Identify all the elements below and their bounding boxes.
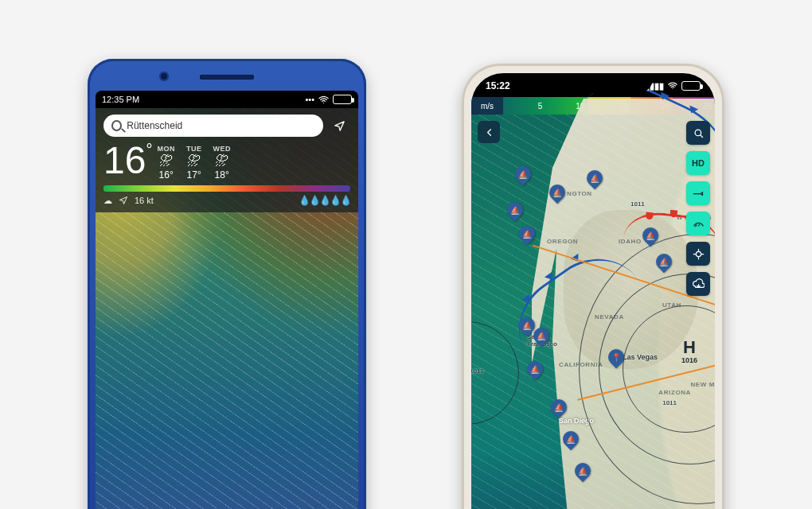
kite-icon: ⛵: [566, 435, 576, 444]
forecast-day-temp: 16°: [159, 169, 174, 181]
legend-segment: 5: [503, 97, 545, 115]
search-icon: [111, 120, 122, 131]
product-shot: 12:35 PM •••: [0, 0, 812, 509]
wind-direction-icon: [119, 196, 128, 205]
storm-icon: ⛈: [215, 154, 228, 168]
wifi-icon: [667, 80, 678, 91]
svg-point-1: [696, 251, 701, 256]
statusbar-time: 12:35 PM: [102, 95, 139, 104]
crosshair-icon: [693, 248, 705, 260]
search-button[interactable]: [686, 121, 710, 145]
pin-icon: 📍: [611, 353, 621, 362]
precipitation-icons: 💧💧💧💧💧: [299, 195, 350, 206]
kite-icon: ⛵: [522, 230, 532, 239]
current-temperature: 16°: [103, 142, 152, 180]
iphone-mockup: 15:22 ▮▮▮▮ m/s 5 10 15 20 25: [462, 64, 724, 509]
kite-icon: ⛵: [510, 206, 520, 215]
kite-icon: ⛵: [590, 174, 599, 183]
earpiece: [200, 75, 254, 80]
pressure-label: 1011: [630, 200, 645, 208]
kite-icon: ⛵: [578, 467, 588, 476]
location-search[interactable]: [103, 115, 323, 137]
forecast-day-label: MON: [157, 145, 175, 153]
jet-layer-toggle[interactable]: [686, 181, 710, 205]
kite-icon: ⛵: [552, 188, 562, 197]
high-pressure-marker: H 1016: [681, 339, 697, 364]
front-camera: [159, 72, 169, 81]
svg-point-0: [695, 130, 701, 136]
search-input[interactable]: [127, 120, 315, 131]
current-meta-row: ☁ 16 kt 💧💧💧💧💧: [103, 195, 350, 206]
locate-button[interactable]: [686, 242, 710, 266]
kite-icon: ⛵: [554, 403, 564, 412]
kite-icon: ⛵: [646, 231, 655, 240]
map-actions: HD: [686, 121, 710, 296]
forecast-day-label: WED: [213, 145, 231, 153]
legend-unit: m/s: [471, 97, 503, 115]
offline-button[interactable]: [686, 272, 710, 296]
kite-icon: ⛵: [530, 365, 540, 374]
cloud-icon: ☁: [103, 196, 112, 206]
fronts-icon: [693, 218, 705, 230]
search-icon: [693, 127, 705, 139]
pressure-label: 1011: [662, 399, 677, 406]
battery-icon: [333, 95, 352, 104]
statusbar-time: 15:22: [486, 80, 510, 91]
battery-icon: [681, 81, 701, 91]
weather-overlay-panel: 16° MON ⛈ 16° TUE ⛈ 17°: [96, 108, 358, 212]
forecast-day[interactable]: MON ⛈ 16°: [157, 145, 175, 181]
forecast-day[interactable]: TUE ⛈ 17°: [186, 145, 202, 181]
arrow-left-icon: [483, 126, 495, 138]
fronts-layer-toggle[interactable]: [686, 212, 710, 235]
state-label: OREGON: [547, 238, 578, 245]
forecast-day-temp: 18°: [215, 169, 229, 181]
forecast-day-label: TUE: [186, 145, 202, 153]
cloud-download-icon: [693, 278, 705, 290]
wifi-icon: [318, 94, 330, 106]
pressure-label: 1011: [471, 367, 484, 375]
wind-scale-bar: [103, 185, 350, 192]
app-content: 16° MON ⛈ 16° TUE ⛈ 17°: [96, 108, 358, 509]
storm-icon: ⛈: [159, 154, 173, 168]
notch: [533, 73, 653, 93]
location-arrow-icon: [334, 120, 345, 132]
hd-toggle[interactable]: HD: [686, 151, 710, 175]
storm-icon: ⛈: [187, 154, 201, 168]
current-wind: 16 kt: [135, 196, 154, 205]
isobar-map[interactable]: OREGON IDAHO WYOMING NEVADA UTAH CALIFOR…: [471, 115, 715, 509]
android-phone-mockup: 12:35 PM •••: [88, 59, 366, 509]
back-button[interactable]: [478, 121, 500, 143]
more-icon: •••: [305, 95, 314, 104]
forecast-day[interactable]: WED ⛈ 18°: [213, 145, 231, 181]
locate-button[interactable]: [328, 115, 350, 137]
forecast-row[interactable]: MON ⛈ 16° TUE ⛈ 17° WED ⛈: [157, 145, 231, 181]
iphone-screen: m/s 5 10 15 20 25 OREGON IDAHO WYOMING N…: [471, 73, 715, 509]
forecast-day-temp: 17°: [187, 169, 201, 181]
kite-icon: ⛵: [522, 321, 532, 330]
kite-icon: ⛵: [537, 332, 546, 340]
iphone-bezel: 15:22 ▮▮▮▮ m/s 5 10 15 20 25: [471, 73, 715, 509]
kite-icon: ⛵: [518, 170, 528, 179]
kite-icon: ⛵: [659, 258, 669, 266]
plane-icon: [693, 188, 705, 200]
android-screen: 12:35 PM •••: [96, 91, 358, 509]
android-statusbar: 12:35 PM •••: [96, 91, 358, 108]
state-label: NGTON: [567, 190, 592, 197]
